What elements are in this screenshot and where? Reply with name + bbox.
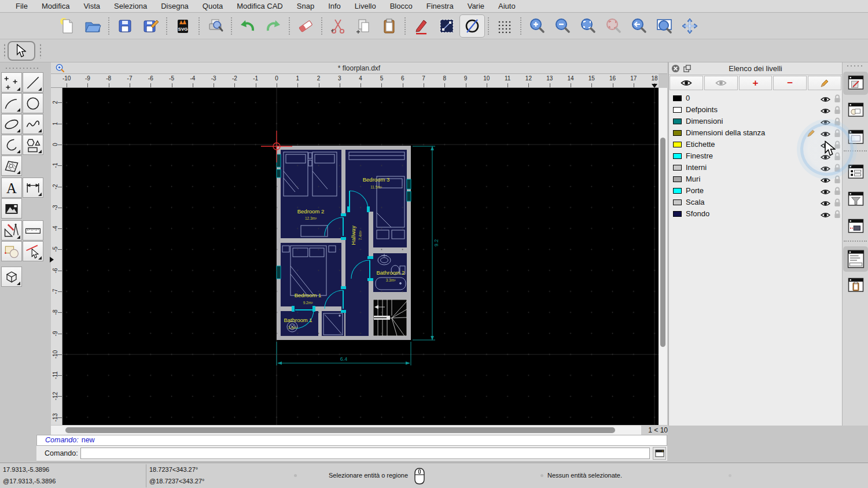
- dimension-tool-button[interactable]: [23, 178, 43, 198]
- layer-row[interactable]: Dimensioni della stanza: [669, 127, 842, 139]
- menu-vista[interactable]: Vista: [76, 2, 107, 10]
- edit-properties-button[interactable]: [409, 14, 434, 38]
- svg-export-button[interactable]: SVG: [170, 14, 196, 38]
- menu-livello[interactable]: Livello: [348, 2, 383, 10]
- layer-color-swatch: [673, 165, 682, 171]
- cursor-arrow-icon: [16, 44, 27, 58]
- draw-settings-tool-button[interactable]: [1, 220, 22, 241]
- layer-color-swatch: [673, 188, 682, 194]
- horizontal-scrollbar[interactable]: [51, 426, 644, 435]
- layer-row[interactable]: Scala: [669, 197, 842, 208]
- edit-layer-button[interactable]: [808, 76, 841, 90]
- drag-handle[interactable]: [846, 65, 865, 67]
- solid-tool-button[interactable]: [1, 267, 22, 287]
- toggle-grid-button[interactable]: [492, 14, 517, 38]
- layer-row[interactable]: Sfondo: [669, 208, 842, 220]
- selection-tool-button[interactable]: [8, 41, 35, 61]
- restrict-nothing-button[interactable]: [459, 14, 485, 38]
- arc-tool-button[interactable]: [1, 93, 22, 113]
- spline-tool-button[interactable]: [23, 114, 43, 134]
- layer-row[interactable]: Defpoints: [669, 104, 842, 116]
- drag-handle[interactable]: [39, 43, 42, 58]
- zoom-out-button[interactable]: [550, 14, 575, 38]
- menu-finestra[interactable]: Finestra: [420, 2, 461, 10]
- line-tool-button[interactable]: [23, 72, 43, 93]
- layer-visibility-eye-icon[interactable]: [821, 210, 830, 221]
- layer-row[interactable]: Finestre: [669, 150, 842, 162]
- open-file-button[interactable]: [80, 14, 105, 38]
- modify-tool-button[interactable]: [1, 241, 22, 261]
- layer-row[interactable]: Dimensioni: [669, 116, 842, 127]
- clipboard-dock-button[interactable]: [845, 274, 867, 297]
- image-tool-button[interactable]: [1, 198, 22, 219]
- menu-quota[interactable]: Quota: [196, 2, 230, 10]
- drawing-canvas[interactable]: Bedroom 2 12.3m² Bedroom 3 11.5m² Bedroo…: [62, 88, 659, 425]
- layer-row[interactable]: Etichette: [669, 139, 842, 150]
- polyline-tool-button[interactable]: [1, 135, 22, 155]
- draw-order-button[interactable]: [434, 14, 459, 38]
- entity-list-dock-button[interactable]: [845, 161, 867, 184]
- layer-row[interactable]: Interni: [669, 162, 842, 173]
- remove-layer-button[interactable]: −: [773, 76, 807, 90]
- delete-button[interactable]: [293, 14, 318, 38]
- menu-file[interactable]: File: [9, 2, 35, 10]
- library-browser-dock-button[interactable]: [845, 126, 867, 149]
- command-popout-button[interactable]: [653, 447, 666, 460]
- ellipse-tool-button[interactable]: [1, 114, 22, 134]
- polygon-tool-button[interactable]: [23, 135, 43, 155]
- layer-row[interactable]: Porte: [669, 185, 842, 197]
- undo-button[interactable]: [235, 14, 260, 38]
- copy-button[interactable]: [351, 14, 376, 38]
- pan-button[interactable]: [677, 14, 703, 38]
- circle-tool-button[interactable]: [23, 93, 43, 113]
- measure-tool-button[interactable]: [23, 220, 43, 241]
- layer-lock-icon[interactable]: [834, 210, 841, 221]
- command-line-dock-button[interactable]: [843, 246, 868, 272]
- add-layer-button[interactable]: +: [739, 76, 773, 90]
- drag-handle[interactable]: [3, 43, 6, 58]
- paste-button[interactable]: [376, 14, 402, 38]
- hruler-tick-label: 10: [480, 75, 494, 82]
- zoom-window-button[interactable]: [652, 14, 677, 38]
- save-button[interactable]: [112, 14, 138, 38]
- auto-zoom-button[interactable]: [575, 14, 601, 38]
- zoom-back-button[interactable]: [626, 14, 652, 38]
- menu-modifica[interactable]: Modifica: [35, 2, 76, 10]
- menu-varie[interactable]: Varie: [461, 2, 491, 10]
- menu-info[interactable]: Info: [321, 2, 348, 10]
- hatch-tool-button[interactable]: [1, 156, 22, 176]
- show-all-layers-button[interactable]: [670, 76, 703, 90]
- redo-button[interactable]: [260, 14, 286, 38]
- menu-aiuto[interactable]: Aiuto: [491, 2, 523, 10]
- menu-disegna[interactable]: Disegna: [154, 2, 196, 10]
- menu-seleziona[interactable]: Seleziona: [107, 2, 154, 10]
- zoom-previous-button[interactable]: [601, 14, 626, 38]
- block-list-dock-button[interactable]: [845, 99, 867, 122]
- hruler-tick-label: 16: [606, 75, 620, 82]
- new-file-button[interactable]: [54, 14, 80, 38]
- hruler-tick: [297, 83, 298, 87]
- selection-filter-dock-button[interactable]: [845, 188, 867, 211]
- horizontal-scrollbar-thumb[interactable]: [65, 427, 615, 433]
- vertical-scrollbar[interactable]: [659, 88, 667, 425]
- text-tool-button[interactable]: A: [1, 178, 22, 198]
- drag-handle[interactable]: [5, 67, 41, 69]
- layer-list-dock-button[interactable]: [843, 72, 868, 95]
- save-as-button[interactable]: [138, 14, 163, 38]
- print-preview-button[interactable]: [203, 14, 228, 38]
- zoom-in-button[interactable]: [524, 14, 550, 38]
- points-tool-button[interactable]: [1, 72, 22, 93]
- cut-button[interactable]: [325, 14, 351, 38]
- select-tool-button[interactable]: [23, 241, 43, 261]
- vertical-scrollbar-thumb[interactable]: [660, 138, 665, 347]
- hruler-tick: [130, 83, 130, 87]
- menu-modifica-cad[interactable]: Modifica CAD: [230, 2, 289, 10]
- laser-pointer-dock-button[interactable]: [845, 215, 867, 238]
- menu-blocco[interactable]: Blocco: [383, 2, 420, 10]
- layer-row[interactable]: 0: [669, 93, 842, 104]
- hide-all-layers-button[interactable]: [704, 76, 738, 90]
- command-input[interactable]: [80, 448, 650, 459]
- toolbar-separator: [166, 17, 167, 35]
- layer-row[interactable]: Muri: [669, 173, 842, 185]
- menu-snap[interactable]: Snap: [290, 2, 321, 10]
